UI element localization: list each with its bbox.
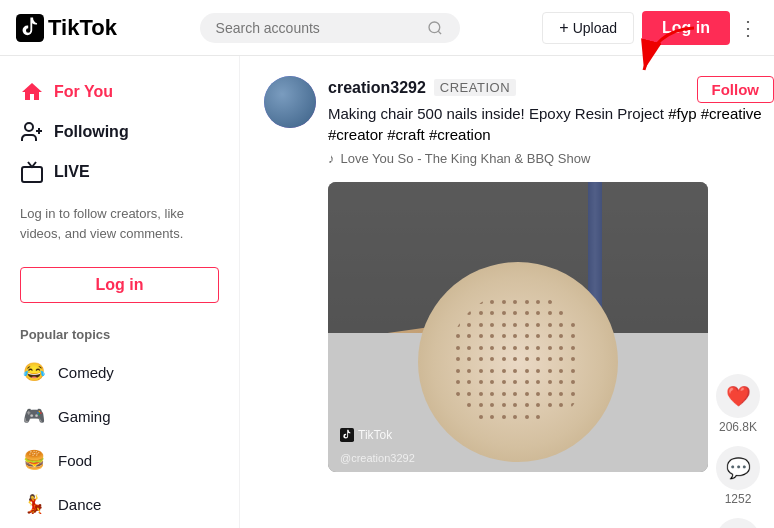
sidebar-item-gaming[interactable]: 🎮 Gaming xyxy=(8,394,231,438)
svg-line-2 xyxy=(439,31,442,34)
watermark-text: TikTok xyxy=(358,428,392,442)
like-button[interactable]: ❤️ 206.8K xyxy=(716,374,760,434)
upload-button[interactable]: + Upload xyxy=(542,12,634,44)
gaming-icon: 🎮 xyxy=(20,402,48,430)
content-area: creation3292 CREATION Follow Making chai… xyxy=(240,56,774,528)
video-details: creation3292 CREATION Follow Making chai… xyxy=(328,76,774,528)
header: TikTok + Upload Log in ⋮ xyxy=(0,0,774,56)
for-you-label: For You xyxy=(54,83,113,101)
tag-creation: #creation xyxy=(429,126,491,143)
sound-name: Love You So - The King Khan & BBQ Show xyxy=(341,151,591,166)
sidebar-item-food[interactable]: 🍔 Food xyxy=(8,438,231,482)
more-options-button[interactable]: ⋮ xyxy=(738,16,758,40)
author-label: CREATION xyxy=(434,79,516,96)
tag-fyp: #fyp xyxy=(668,105,696,122)
video-sound: ♪ Love You So - The King Khan & BBQ Show xyxy=(328,151,774,166)
sidebar-item-for-you[interactable]: For You xyxy=(8,72,231,112)
dance-label: Dance xyxy=(58,496,101,513)
tag-craft: #craft xyxy=(387,126,425,143)
tag-creative: #creative xyxy=(701,105,762,122)
thumbnail-row: TikTok @creation3292 ❤️ 206.8K xyxy=(328,174,774,528)
search-input[interactable] xyxy=(216,20,420,36)
main-layout: For You Following LIVE Log in to follow … xyxy=(0,56,774,528)
svg-point-1 xyxy=(429,21,440,32)
video-thumbnail[interactable]: TikTok @creation3292 xyxy=(328,182,708,472)
video-watermark: TikTok xyxy=(340,428,392,442)
login-button[interactable]: Log in xyxy=(642,11,730,45)
comment-button[interactable]: 💬 1252 xyxy=(716,446,760,506)
header-actions: + Upload Log in ⋮ xyxy=(542,11,758,45)
nails-grid xyxy=(448,292,588,432)
svg-rect-7 xyxy=(340,428,354,442)
svg-point-3 xyxy=(25,123,33,131)
follow-button[interactable]: Follow xyxy=(697,76,775,103)
following-label: Following xyxy=(54,123,129,141)
video-actions: ❤️ 206.8K 💬 1252 ↗ 740 xyxy=(716,174,772,528)
video-feed: creation3292 CREATION Follow Making chai… xyxy=(264,76,774,528)
svg-rect-0 xyxy=(16,14,44,42)
sidebar-item-following[interactable]: Following xyxy=(8,112,231,152)
logo-text: TikTok xyxy=(48,15,117,41)
author-row: creation3292 CREATION Follow xyxy=(328,76,774,103)
tag-creator: #creator xyxy=(328,126,383,143)
comment-icon[interactable]: 💬 xyxy=(716,446,760,490)
svg-rect-6 xyxy=(22,167,42,182)
heart-icon[interactable]: ❤️ xyxy=(716,374,760,418)
tiktok-logo-icon xyxy=(16,14,44,42)
food-icon: 🍔 xyxy=(20,446,48,474)
food-label: Food xyxy=(58,452,92,469)
sidebar-item-live[interactable]: LIVE xyxy=(8,152,231,192)
sidebar-item-dance[interactable]: 💃 Dance xyxy=(8,482,231,526)
watermark-handle: @creation3292 xyxy=(340,452,415,464)
sidebar-login-button[interactable]: Log in xyxy=(20,267,219,303)
dance-icon: 💃 xyxy=(20,490,48,518)
gaming-label: Gaming xyxy=(58,408,111,425)
video-description: Making chair 500 nails inside! Epoxy Res… xyxy=(328,103,774,145)
following-icon xyxy=(20,120,44,144)
comedy-icon: 😂 xyxy=(20,358,48,386)
sidebar: For You Following LIVE Log in to follow … xyxy=(0,56,240,528)
author-username[interactable]: creation3292 xyxy=(328,79,426,97)
comments-count: 1252 xyxy=(725,492,752,506)
popular-topics-title: Popular topics xyxy=(8,315,231,350)
music-note-icon: ♪ xyxy=(328,151,335,166)
upload-label: Upload xyxy=(573,20,617,36)
home-icon xyxy=(20,80,44,104)
plus-icon: + xyxy=(559,19,568,37)
comedy-label: Comedy xyxy=(58,364,114,381)
live-icon xyxy=(20,160,44,184)
search-icon xyxy=(427,19,443,37)
share-button[interactable]: ↗ 740 xyxy=(716,518,760,528)
sidebar-item-comedy[interactable]: 😂 Comedy xyxy=(8,350,231,394)
search-bar[interactable] xyxy=(200,13,460,43)
login-prompt-text: Log in to follow creators, like videos, … xyxy=(8,192,231,255)
live-label: LIVE xyxy=(54,163,90,181)
avatar[interactable] xyxy=(264,76,316,128)
video-card: creation3292 CREATION Follow Making chai… xyxy=(264,76,774,528)
share-icon[interactable]: ↗ xyxy=(716,518,760,528)
logo-area: TikTok xyxy=(16,14,117,42)
video-author: creation3292 CREATION xyxy=(328,79,516,97)
likes-count: 206.8K xyxy=(719,420,757,434)
